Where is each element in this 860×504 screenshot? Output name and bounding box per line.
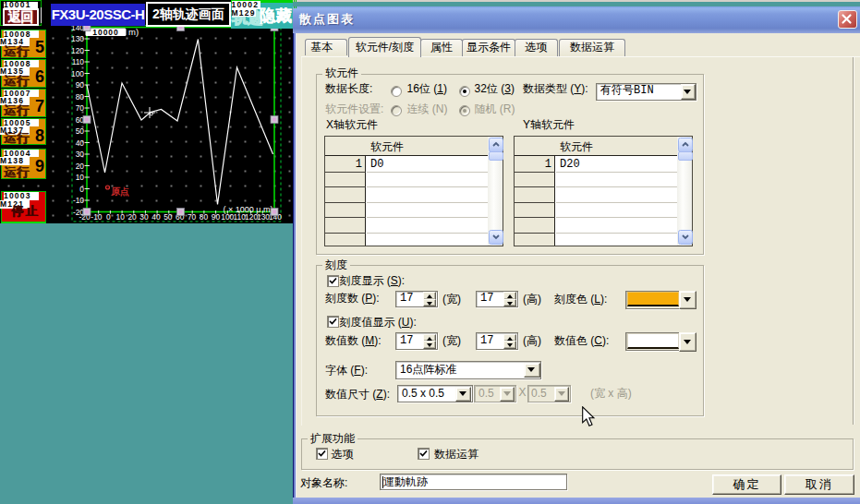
svg-text:10000: 10000 <box>92 28 119 37</box>
svg-text:原点: 原点 <box>110 186 129 197</box>
svg-text:70: 70 <box>76 103 85 113</box>
svg-text:90: 90 <box>212 212 221 222</box>
svg-text:100: 100 <box>221 212 234 222</box>
svg-text:30: 30 <box>139 212 149 222</box>
svg-text:10: 10 <box>116 212 126 222</box>
svg-text:90: 90 <box>76 80 85 90</box>
svg-text:110: 110 <box>72 57 85 66</box>
svg-text:m): m) <box>128 27 139 37</box>
svg-text:40: 40 <box>151 212 161 222</box>
svg-text:130: 130 <box>71 34 84 43</box>
svg-text:50: 50 <box>164 212 173 222</box>
svg-text:100: 100 <box>71 69 84 78</box>
svg-text:80: 80 <box>76 92 85 102</box>
svg-text:40: 40 <box>76 138 85 148</box>
svg-text:120: 120 <box>71 46 84 55</box>
svg-text:-10: -10 <box>91 212 102 222</box>
svg-text:70: 70 <box>188 212 197 222</box>
svg-text:30: 30 <box>76 150 85 159</box>
svg-text:0: 0 <box>106 212 111 222</box>
svg-text:( × 1000 μ m): ( × 1000 μ m) <box>224 205 273 214</box>
svg-text:80: 80 <box>200 212 209 222</box>
svg-text:20: 20 <box>76 162 85 171</box>
svg-text:0: 0 <box>79 185 84 194</box>
svg-text:20: 20 <box>127 212 137 222</box>
svg-text:10: 10 <box>76 173 85 182</box>
svg-text:50: 50 <box>76 126 85 136</box>
svg-text:-10: -10 <box>73 196 84 205</box>
